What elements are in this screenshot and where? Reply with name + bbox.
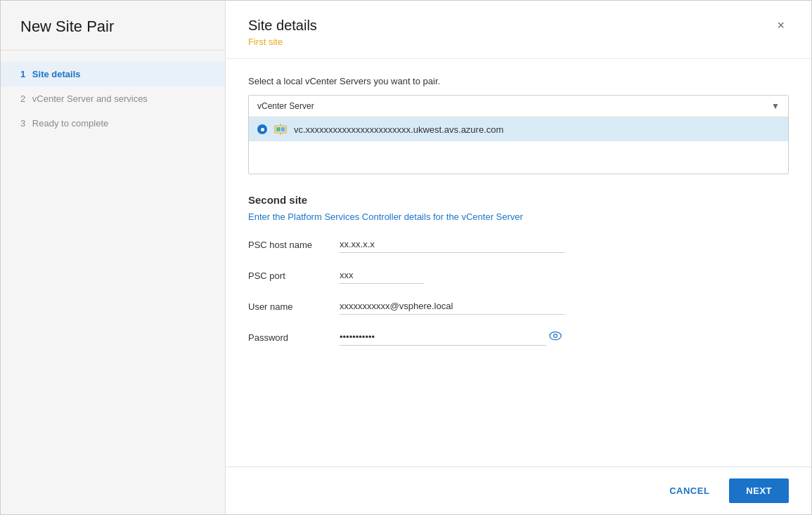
first-site-subtitle: First site <box>248 37 317 47</box>
vcenter-table-header: vCenter Server ▼ <box>249 96 788 117</box>
second-site-title: Second site <box>248 194 789 206</box>
sidebar-step-2[interactable]: 2 vCenter Server and services <box>1 86 225 111</box>
svg-rect-1 <box>276 127 281 131</box>
new-site-pair-dialog: New Site Pair 1 Site details 2 vCenter S… <box>0 0 812 515</box>
vcenter-table-row[interactable]: vc.xxxxxxxxxxxxxxxxxxxxxxx.ukwest.avs.az… <box>249 117 788 141</box>
step-1-label: Site details <box>32 69 81 79</box>
step-1-num: 1 <box>20 69 25 79</box>
sidebar-step-3[interactable]: 3 Ready to complete <box>1 111 225 136</box>
psc-port-label: PSC port <box>248 270 340 281</box>
show-password-button[interactable] <box>546 331 565 344</box>
sidebar: New Site Pair 1 Site details 2 vCenter S… <box>1 1 226 514</box>
password-wrapper <box>340 329 565 346</box>
psc-host-name-label: PSC host name <box>248 240 340 250</box>
step-2-num: 2 <box>20 93 25 104</box>
step-3-num: 3 <box>20 118 25 129</box>
cancel-button[interactable]: CANCEL <box>658 480 721 502</box>
filter-icon[interactable]: ▼ <box>771 101 780 111</box>
password-input[interactable] <box>340 329 546 346</box>
psc-port-field: PSC port <box>248 267 789 284</box>
password-label: Password <box>248 332 340 343</box>
psc-host-name-input[interactable] <box>340 236 565 253</box>
psc-port-wrapper <box>340 267 424 284</box>
main-content: Site details First site × Select a local… <box>226 1 811 514</box>
form-area: Select a local vCenter Servers you want … <box>226 59 811 467</box>
sidebar-step-1[interactable]: 1 Site details <box>1 62 225 86</box>
psc-port-input[interactable] <box>340 267 424 284</box>
main-title-area: Site details First site <box>248 18 317 47</box>
psc-host-name-field: PSC host name <box>248 236 789 253</box>
user-name-field: User name <box>248 298 789 315</box>
user-name-input[interactable] <box>340 298 565 315</box>
dialog-footer: CANCEL NEXT <box>226 467 811 514</box>
instruction-text: Select a local vCenter Servers you want … <box>248 76 789 86</box>
user-name-label: User name <box>248 301 340 312</box>
page-title: Site details <box>248 18 317 34</box>
radio-selected-icon <box>257 124 267 134</box>
step-3-label: Ready to complete <box>32 118 108 129</box>
psc-instruction: Enter the Platform Services Controller d… <box>248 211 789 222</box>
vcenter-table-body: vc.xxxxxxxxxxxxxxxxxxxxxxx.ukwest.avs.az… <box>249 117 788 174</box>
dialog-body: New Site Pair 1 Site details 2 vCenter S… <box>1 1 811 514</box>
svg-point-5 <box>550 332 561 339</box>
vcenter-table: vCenter Server ▼ <box>248 95 789 174</box>
main-header: Site details First site × <box>226 1 811 59</box>
svg-rect-2 <box>281 127 285 131</box>
psc-host-name-wrapper <box>340 236 565 253</box>
sidebar-title: New Site Pair <box>1 1 225 51</box>
password-field: Password <box>248 329 789 346</box>
vcenter-server-icon <box>274 123 287 136</box>
svg-point-6 <box>554 334 558 338</box>
step-2-label: vCenter Server and services <box>32 93 148 104</box>
sidebar-steps: 1 Site details 2 vCenter Server and serv… <box>1 51 225 147</box>
vcenter-column-header: vCenter Server <box>257 101 314 111</box>
vcenter-row-value: vc.xxxxxxxxxxxxxxxxxxxxxxx.ukwest.avs.az… <box>294 124 503 135</box>
close-button[interactable]: × <box>773 18 789 33</box>
next-button[interactable]: NEXT <box>729 478 789 503</box>
user-name-wrapper <box>340 298 565 315</box>
